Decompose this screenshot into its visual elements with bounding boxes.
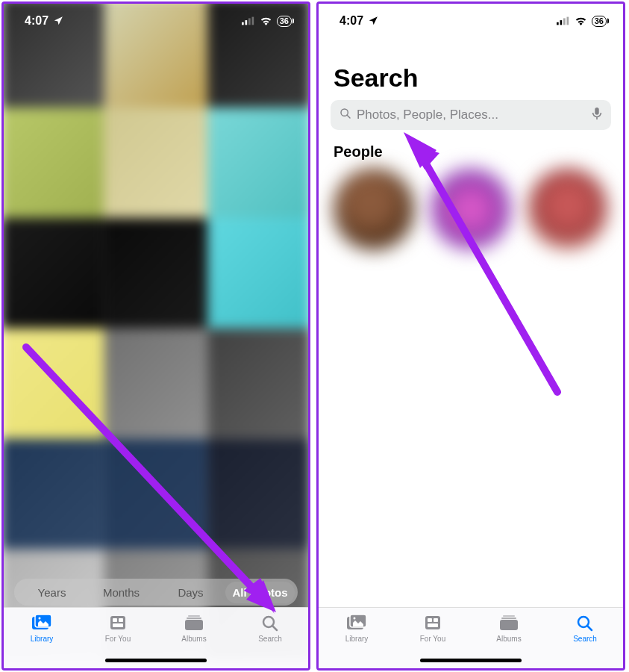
tab-label: Albums <box>496 635 521 643</box>
tab-label: Albums <box>181 635 206 643</box>
svg-rect-1 <box>245 20 247 25</box>
svg-line-24 <box>347 115 350 118</box>
cellular-signal-icon <box>242 16 255 25</box>
for-you-icon <box>107 614 128 633</box>
search-icon <box>339 108 351 122</box>
search-field[interactable] <box>331 100 611 130</box>
svg-rect-31 <box>428 618 432 622</box>
home-indicator <box>105 659 207 662</box>
svg-rect-34 <box>503 615 515 617</box>
svg-line-15 <box>272 626 277 630</box>
svg-rect-8 <box>113 618 117 622</box>
seg-days[interactable]: Days <box>156 582 225 603</box>
svg-rect-32 <box>434 618 438 622</box>
library-view-segmented-control: Years Months Days All Photos <box>14 579 298 606</box>
wifi-icon <box>575 16 587 25</box>
albums-icon <box>184 614 204 633</box>
battery-indicator: 36 <box>277 16 292 27</box>
svg-rect-11 <box>188 615 200 617</box>
home-indicator <box>420 659 522 662</box>
seg-years[interactable]: Years <box>17 582 87 603</box>
svg-point-29 <box>354 617 356 620</box>
svg-rect-35 <box>501 617 516 619</box>
svg-point-6 <box>39 617 41 620</box>
for-you-icon <box>422 614 443 633</box>
svg-rect-36 <box>500 620 518 630</box>
search-icon <box>575 614 595 633</box>
tab-albums[interactable]: Albums <box>479 614 539 643</box>
location-icon <box>368 16 378 26</box>
status-time: 4:07 <box>339 14 363 28</box>
page-title: Search <box>319 63 623 100</box>
seg-months[interactable]: Months <box>87 582 156 603</box>
svg-rect-0 <box>242 22 244 25</box>
svg-rect-25 <box>595 108 598 115</box>
svg-rect-3 <box>251 17 254 25</box>
right-screenshot: 4:07 36 Search <box>316 1 625 671</box>
svg-rect-10 <box>113 623 123 627</box>
status-bar: 4:07 36 <box>4 4 308 38</box>
svg-rect-30 <box>425 616 440 629</box>
svg-rect-22 <box>566 17 569 25</box>
person-avatar[interactable] <box>334 168 414 250</box>
svg-rect-21 <box>563 18 566 25</box>
svg-rect-12 <box>187 617 201 619</box>
library-icon <box>31 614 52 633</box>
search-input[interactable] <box>357 108 586 122</box>
tab-label: Library <box>345 635 369 643</box>
left-screenshot: 4:07 36 Years Months Days All Photos <box>1 1 310 671</box>
albums-icon <box>498 614 519 633</box>
svg-rect-2 <box>248 18 251 25</box>
tab-label: For You <box>420 635 445 643</box>
location-icon <box>53 16 63 26</box>
people-heading: People <box>319 130 623 168</box>
person-avatar[interactable] <box>431 168 511 250</box>
library-icon <box>346 614 367 633</box>
battery-indicator: 36 <box>592 16 607 27</box>
tab-search[interactable]: Search <box>240 614 300 643</box>
svg-rect-9 <box>119 618 123 622</box>
status-bar: 4:07 36 <box>319 4 623 38</box>
wifi-icon <box>260 16 272 25</box>
seg-all-photos[interactable]: All Photos <box>225 582 295 603</box>
svg-rect-7 <box>110 616 125 629</box>
svg-line-38 <box>587 626 592 630</box>
tab-library[interactable]: Library <box>327 614 387 643</box>
photo-grid <box>1 1 310 671</box>
person-avatar[interactable] <box>528 168 608 250</box>
tab-label: Library <box>31 635 54 643</box>
people-row <box>319 168 623 250</box>
microphone-icon[interactable] <box>592 107 602 123</box>
tab-search[interactable]: Search <box>555 614 615 643</box>
tab-albums[interactable]: Albums <box>164 614 224 643</box>
cellular-signal-icon <box>557 16 570 25</box>
tab-for-you[interactable]: For You <box>88 614 148 643</box>
svg-rect-33 <box>428 623 438 627</box>
svg-rect-13 <box>185 620 203 630</box>
svg-rect-19 <box>557 22 559 25</box>
search-icon <box>260 614 281 633</box>
svg-rect-20 <box>560 20 562 25</box>
tab-label: For You <box>105 635 131 643</box>
tab-for-you[interactable]: For You <box>403 614 463 643</box>
tab-library[interactable]: Library <box>12 614 72 643</box>
tab-label: Search <box>573 635 597 643</box>
tab-label: Search <box>258 635 282 643</box>
status-time: 4:07 <box>25 14 48 28</box>
